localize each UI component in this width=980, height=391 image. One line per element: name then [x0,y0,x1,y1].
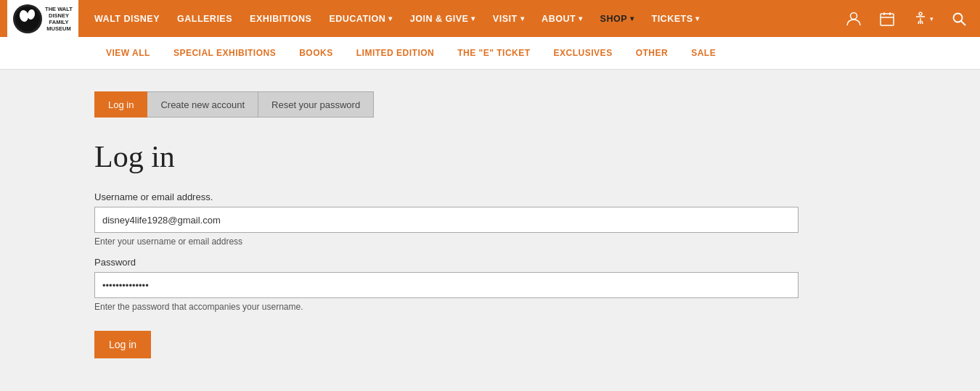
logo-text2: DISNEY [45,12,73,19]
main-content: Log in Create new account Reset your pas… [0,70,980,389]
logo-icon [13,4,42,33]
nav-exhibitions[interactable]: Exhibitions [241,0,320,37]
nav-galleries[interactable]: Galleries [168,0,241,37]
svg-point-8 [919,12,922,15]
user-icon-button[interactable] [840,8,867,30]
login-form: Username or email address. Enter your us… [94,192,886,358]
nav-icon-group: ▾ [840,8,973,30]
shop-nav-other[interactable]: Other [624,37,680,70]
nav-join-give[interactable]: Join & Give ▾ [401,0,484,37]
shop-dropdown-icon: ▾ [630,15,634,22]
svg-point-3 [851,12,857,19]
username-input[interactable] [94,207,799,233]
nav-tickets[interactable]: Tickets ▾ [643,0,709,37]
education-dropdown-icon: ▾ [388,15,393,22]
shop-nav-exclusives[interactable]: Exclusives [542,37,624,70]
shop-nav-special-exhibitions[interactable]: Special Exhibitions [162,37,287,70]
accessibility-label: ▾ [930,15,934,22]
nav-shop[interactable]: Shop ▾ [592,0,643,37]
nav-walt-disney[interactable]: Walt Disney [86,0,168,37]
secondary-navigation: View All Special Exhibitions Books Limit… [0,37,980,70]
nav-about[interactable]: About ▾ [533,0,591,37]
svg-rect-4 [881,14,894,25]
shop-nav-books[interactable]: Books [287,37,345,70]
logo-text: THE WALT [45,6,73,12]
password-label: Password [94,257,886,268]
page-title: Log in [94,139,886,174]
logo-text4: MUSEUM [45,25,73,32]
username-group: Username or email address. Enter your us… [94,192,886,247]
shop-nav-limited-edition[interactable]: Limited Edition [345,37,446,70]
svg-point-9 [954,13,963,22]
nav-items: Walt Disney Galleries Exhibitions Educat… [86,0,840,37]
visit-dropdown-icon: ▾ [520,15,525,22]
tab-reset-password[interactable]: Reset your password [258,91,374,118]
top-navigation: THE WALT DISNEY FAMILY MUSEUM Walt Disne… [0,0,980,37]
tab-create-account[interactable]: Create new account [147,91,258,118]
logo[interactable]: THE WALT DISNEY FAMILY MUSEUM [7,0,78,37]
calendar-icon-button[interactable] [873,8,901,30]
nav-visit[interactable]: Visit ▾ [484,0,533,37]
login-submit-button[interactable]: Log in [94,331,151,358]
tickets-dropdown-icon: ▾ [695,15,700,22]
shop-nav-sale[interactable]: Sale [679,37,727,70]
tab-login[interactable]: Log in [94,91,147,118]
shop-nav-view-all[interactable]: View All [94,37,162,70]
join-give-dropdown-icon: ▾ [471,15,475,22]
shop-nav-e-ticket[interactable]: The "E" Ticket [446,37,542,70]
svg-line-10 [961,21,965,25]
password-input[interactable] [94,272,799,298]
password-group: Password Enter the password that accompa… [94,257,886,312]
password-hint: Enter the password that accompanies your… [94,302,886,312]
auth-tabs: Log in Create new account Reset your pas… [94,91,886,118]
username-hint: Enter your username or email address [94,236,886,247]
accessibility-icon-button[interactable]: ▾ [907,8,939,30]
search-icon-button[interactable] [945,8,973,30]
username-label: Username or email address. [94,192,886,202]
logo-text3: FAMILY [45,19,73,25]
about-dropdown-icon: ▾ [579,15,583,22]
nav-education[interactable]: Education ▾ [320,0,401,37]
